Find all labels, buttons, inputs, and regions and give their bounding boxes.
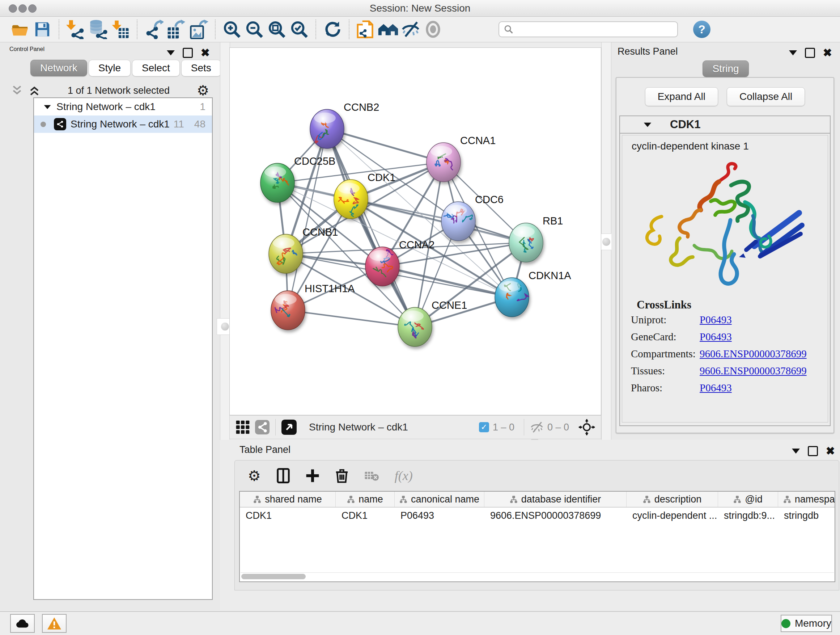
column-header-description[interactable]: description — [627, 492, 718, 507]
panel-float-icon[interactable] — [808, 446, 818, 456]
cloud-button[interactable] — [10, 614, 35, 633]
show-columns-icon[interactable] — [277, 468, 290, 483]
detach-view-icon[interactable] — [281, 420, 297, 435]
selected-counts: 1 – 0 — [493, 422, 515, 433]
search-box[interactable] — [499, 21, 678, 37]
crosslink-link[interactable]: 9606.ENSP00000378699 — [699, 365, 807, 377]
zoom-in-icon[interactable] — [221, 19, 243, 40]
tab-sets[interactable]: Sets — [181, 60, 221, 76]
first-neighbors-icon[interactable] — [377, 19, 399, 40]
network-node-count: 11 — [174, 119, 184, 130]
crosslink-link[interactable]: 9606.ENSP00000378699 — [699, 348, 807, 360]
grid-view-icon[interactable] — [235, 420, 250, 434]
expand-all-button[interactable]: Expand All — [645, 87, 718, 106]
panel-menu-icon[interactable] — [167, 50, 175, 55]
panel-menu-icon[interactable] — [792, 448, 800, 454]
node-table[interactable]: shared namenamecanonical namedatabase id… — [239, 491, 835, 582]
crosslink-link[interactable]: P06493 — [699, 382, 732, 394]
search-input[interactable] — [514, 24, 667, 35]
node-CCNE1[interactable] — [398, 307, 432, 347]
scrollbar-thumb[interactable] — [241, 574, 306, 579]
save-session-icon[interactable] — [31, 19, 54, 40]
memory-button[interactable]: Memory — [781, 615, 832, 632]
collection-expander-icon[interactable] — [43, 103, 51, 110]
panel-close-icon[interactable]: ✖ — [826, 446, 835, 456]
zoom-selected-icon[interactable] — [288, 19, 310, 40]
column-header-name[interactable]: name — [336, 492, 395, 507]
node-label-CCNE1: CCNE1 — [431, 299, 467, 311]
panel-close-icon[interactable]: ✖ — [823, 48, 832, 58]
zoom-out-icon[interactable] — [243, 19, 265, 40]
import-table-icon[interactable] — [109, 19, 132, 40]
show-all-icon[interactable] — [422, 19, 444, 40]
export-network-icon[interactable] — [142, 19, 165, 40]
refresh-network-icon[interactable] — [321, 19, 344, 40]
section-expander-icon[interactable] — [643, 121, 652, 128]
selected-checkbox-icon[interactable]: ✓ — [479, 422, 489, 432]
crosslink-link[interactable]: P06493 — [699, 314, 732, 326]
network-view-icon[interactable] — [255, 420, 270, 434]
network-canvas[interactable]: CCNB2CCNA1CDC25BCDK1CDC6RB1CCNB1CCNA2CDK… — [229, 48, 601, 415]
network-row[interactable]: String Network – cdk1 11 48 — [34, 116, 212, 133]
collapse-all-button[interactable]: Collapse All — [727, 87, 805, 106]
tab-style[interactable]: Style — [88, 60, 131, 76]
delete-column-icon[interactable] — [335, 468, 348, 483]
column-header-canonicalname[interactable]: canonical name — [395, 492, 485, 507]
panel-close-icon[interactable]: ✖ — [201, 48, 210, 58]
edge-CCNA2-CDKN1A[interactable] — [382, 266, 512, 297]
node-CCNA1[interactable] — [426, 143, 461, 182]
warning-button[interactable] — [42, 614, 66, 633]
gene-section-header[interactable]: CDK1 — [620, 116, 830, 134]
table-row[interactable]: CDK1CDK1P064939606.ENSP00000378699cyclin… — [240, 508, 835, 524]
column-type-icon — [399, 495, 407, 503]
node-CCNB2[interactable] — [310, 109, 344, 149]
status-bar: Memory — [0, 611, 840, 635]
open-session-icon[interactable] — [9, 19, 31, 40]
zoom-fit-icon[interactable] — [265, 19, 288, 40]
hidden-eye-icon[interactable] — [530, 421, 544, 433]
table-h-scrollbar[interactable] — [240, 572, 834, 581]
import-network-icon[interactable] — [65, 19, 87, 40]
node-CDC25B[interactable] — [261, 163, 294, 203]
node-CCNB1[interactable] — [269, 234, 303, 273]
node-CDC6[interactable] — [441, 202, 475, 241]
network-options-gear-icon[interactable]: ⚙ — [197, 84, 209, 97]
column-header-sharedname[interactable]: shared name — [240, 492, 336, 507]
help-icon[interactable]: ? — [693, 21, 711, 38]
right-splitter[interactable] — [601, 42, 611, 440]
delete-table-icon[interactable] — [364, 470, 379, 482]
column-header-namespace[interactable]: namespace — [778, 492, 835, 507]
collapse-all-icon[interactable] — [11, 85, 23, 96]
export-image-icon[interactable] — [187, 19, 210, 40]
node-CDKN1A[interactable] — [495, 278, 529, 317]
panel-menu-icon[interactable] — [789, 50, 797, 55]
import-database-icon[interactable] — [87, 19, 109, 40]
panel-float-icon[interactable] — [805, 48, 815, 58]
tab-string[interactable]: String — [703, 60, 748, 77]
node-RB1[interactable] — [509, 223, 543, 262]
left-splitter[interactable] — [220, 42, 230, 440]
export-table-icon[interactable] — [165, 19, 187, 40]
birds-eye-icon[interactable] — [578, 419, 595, 435]
edge-CCNB2-CCNA1[interactable] — [327, 129, 444, 162]
hide-selected-icon[interactable] — [399, 19, 422, 40]
node-CCNA2[interactable] — [365, 247, 399, 286]
network-graph[interactable]: CCNB2CCNA1CDC25BCDK1CDC6RB1CCNB1CCNA2CDK… — [230, 48, 601, 415]
panel-float-icon[interactable] — [183, 48, 193, 58]
add-column-icon[interactable] — [306, 469, 319, 483]
column-type-icon — [253, 495, 261, 503]
crosslink-link[interactable]: P06493 — [699, 331, 732, 343]
expand-all-icon[interactable] — [28, 85, 41, 96]
node-HIST1H1A[interactable] — [271, 291, 305, 330]
function-builder-icon[interactable]: f(x) — [395, 468, 413, 483]
tab-select[interactable]: Select — [132, 60, 180, 76]
clone-network-icon[interactable] — [355, 19, 377, 40]
edge-HIST1H1A-CCNE1[interactable] — [288, 310, 415, 327]
column-header-databaseidentifier[interactable]: database identifier — [485, 492, 627, 507]
node-CDK1[interactable] — [334, 180, 368, 219]
table-settings-gear-icon[interactable]: ⚙ — [248, 469, 261, 483]
network-collection-row[interactable]: String Network – cdk1 1 — [34, 98, 212, 116]
column-header-id[interactable]: @id — [718, 492, 778, 507]
edge-CCNB2-CCNE1[interactable] — [327, 129, 415, 327]
tab-network[interactable]: Network — [30, 60, 87, 76]
